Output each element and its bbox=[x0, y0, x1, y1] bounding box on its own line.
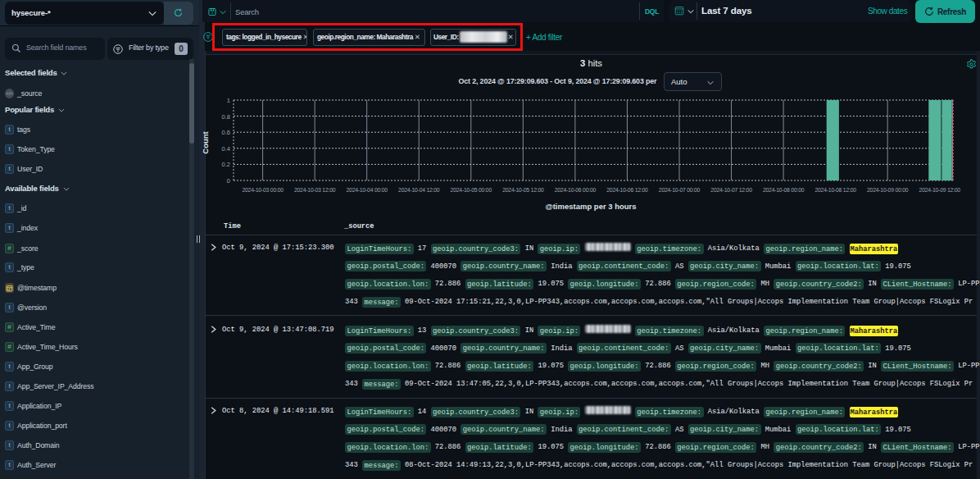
svg-text:2024-10-05 12:00: 2024-10-05 12:00 bbox=[502, 187, 544, 193]
svg-text:0.8: 0.8 bbox=[222, 113, 230, 121]
svg-text:2024-10-09 12:00: 2024-10-09 12:00 bbox=[919, 187, 961, 193]
svg-text:Count: Count bbox=[202, 130, 210, 153]
svg-text:2024-10-03 00:00: 2024-10-03 00:00 bbox=[242, 187, 284, 193]
svg-text:2024-10-03 12:00: 2024-10-03 12:00 bbox=[294, 187, 336, 193]
svg-text:1: 1 bbox=[227, 97, 230, 104]
svg-text:2024-10-07 12:00: 2024-10-07 12:00 bbox=[710, 187, 752, 193]
svg-text:0: 0 bbox=[227, 177, 230, 185]
svg-text:0.6: 0.6 bbox=[222, 129, 230, 136]
svg-text:2024-10-08 12:00: 2024-10-08 12:00 bbox=[814, 187, 856, 193]
svg-text:2024-10-09 00:00: 2024-10-09 00:00 bbox=[867, 187, 909, 193]
svg-text:2024-10-07 00:00: 2024-10-07 00:00 bbox=[659, 187, 701, 193]
svg-text:0.4: 0.4 bbox=[222, 145, 230, 153]
svg-text:2024-10-05 00:00: 2024-10-05 00:00 bbox=[451, 187, 492, 193]
svg-text:0.2: 0.2 bbox=[222, 161, 230, 168]
svg-text:2024-10-06 00:00: 2024-10-06 00:00 bbox=[555, 187, 597, 193]
svg-text:2024-10-06 12:00: 2024-10-06 12:00 bbox=[606, 187, 648, 193]
svg-text:2024-10-04 00:00: 2024-10-04 00:00 bbox=[346, 187, 388, 193]
svg-text:2024-10-08 00:00: 2024-10-08 00:00 bbox=[763, 187, 805, 193]
svg-text:2024-10-04 12:00: 2024-10-04 12:00 bbox=[398, 187, 440, 193]
svg-text:@timestamp per 3 hours: @timestamp per 3 hours bbox=[545, 202, 636, 211]
